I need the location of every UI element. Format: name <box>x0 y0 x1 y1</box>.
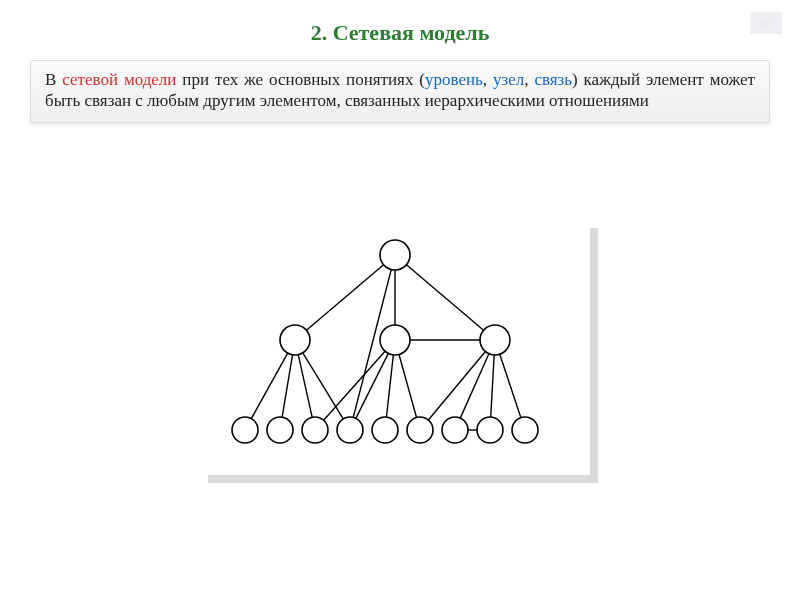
desc-term-level: уровень <box>425 70 483 89</box>
diagram-node <box>232 417 258 443</box>
desc-text: , <box>524 70 534 89</box>
diagram-node <box>477 417 503 443</box>
diagram-node <box>380 325 410 355</box>
desc-text: В <box>45 70 62 89</box>
page-title: 2. Сетевая модель <box>0 20 800 46</box>
diagram-face <box>200 220 590 475</box>
description-box: В сетевой модели при тех же основных пон… <box>30 60 770 123</box>
diagram-node <box>442 417 468 443</box>
diagram-edge <box>303 353 343 419</box>
diagram-node <box>280 325 310 355</box>
diagram-node <box>267 417 293 443</box>
diagram-edge <box>324 351 385 420</box>
page-number: 26 <box>750 12 782 34</box>
diagram-node <box>337 417 363 443</box>
diagram-edge <box>406 265 483 331</box>
diagram-edge <box>306 265 383 331</box>
diagram-edge <box>251 353 287 419</box>
desc-term-network-model: сетевой модели <box>62 70 176 89</box>
desc-text: при тех же основных понятиях ( <box>176 70 425 89</box>
diagram-edge <box>282 355 292 417</box>
desc-term-node: узел <box>493 70 524 89</box>
diagram-node <box>407 417 433 443</box>
diagram-edge <box>500 354 521 417</box>
diagram-edge <box>386 355 393 417</box>
diagram-node <box>372 417 398 443</box>
desc-term-link: связь <box>534 70 572 89</box>
desc-text: , <box>483 70 493 89</box>
network-diagram <box>200 220 600 500</box>
diagram-node <box>302 417 328 443</box>
diagram-node <box>380 240 410 270</box>
diagram-node <box>480 325 510 355</box>
diagram-edge <box>399 354 417 417</box>
diagram-edge <box>460 354 489 418</box>
diagram-edge <box>428 352 485 420</box>
diagram-edge <box>491 355 494 417</box>
diagram-node <box>512 417 538 443</box>
diagram-svg <box>200 220 590 475</box>
